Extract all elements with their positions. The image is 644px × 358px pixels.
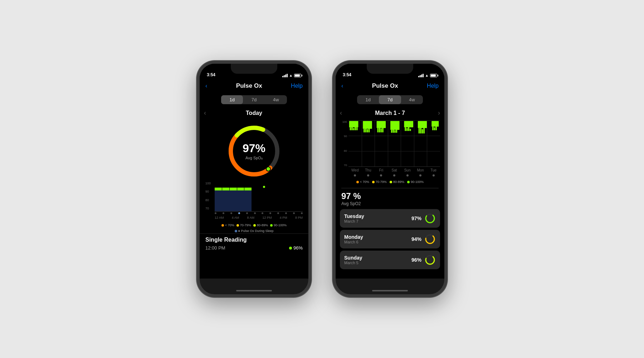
phone2-legend-dot-0 xyxy=(356,181,359,183)
phone2-next-arrow[interactable]: › xyxy=(434,109,444,117)
phone1-segments: 1d 7d 4w xyxy=(221,95,287,104)
time-dot-9 xyxy=(285,212,287,214)
svg-rect-34 xyxy=(423,126,425,134)
phone2-signal-icon xyxy=(418,74,424,77)
time-label-8am: 8 AM xyxy=(247,216,255,219)
day-card-left-0: Tuesday March 7 xyxy=(344,213,364,223)
phone1-prev-arrow[interactable]: ‹ xyxy=(200,109,210,117)
time-label-12am: 12 AM xyxy=(215,216,224,219)
phone2-prev-arrow[interactable]: ‹ xyxy=(336,109,346,117)
svg-rect-30 xyxy=(418,121,427,128)
phone2-status-icons: ▲ xyxy=(418,73,437,77)
svg-rect-16 xyxy=(377,128,379,132)
day-mon: Mon xyxy=(414,168,427,172)
time-dot-8 xyxy=(277,212,279,214)
green-bars xyxy=(215,188,252,190)
phone1-legend: < 70% 70-79% 80-89% 90-100% xyxy=(200,222,308,228)
phone2-segment-7d[interactable]: 7d xyxy=(379,95,401,104)
phone1-home-indicator xyxy=(236,290,272,291)
time-dot-2 xyxy=(230,212,232,214)
day-date-1: March 6 xyxy=(344,240,363,244)
phone1-back-button[interactable]: ‹ xyxy=(205,83,207,89)
legend-label-2: 80-89% xyxy=(257,223,268,227)
phone2-help-button[interactable]: Help xyxy=(427,83,439,89)
svg-rect-21 xyxy=(391,130,392,133)
time-label-12pm: 12 PM xyxy=(262,216,272,219)
week-y-90: 90 xyxy=(340,135,347,138)
legend-item-0: < 70% xyxy=(221,223,234,227)
legend-label-1: 70-79% xyxy=(240,223,251,227)
svg-rect-23 xyxy=(394,130,396,133)
day-date-2: March 5 xyxy=(344,261,362,265)
legend-label-3: 90-100% xyxy=(274,223,287,227)
time-dot-3 xyxy=(238,212,240,214)
week-chart-svg xyxy=(348,120,440,166)
svg-rect-19 xyxy=(382,127,384,132)
phone2-legend-label-3: 90-100% xyxy=(411,180,424,184)
phone1-nav-title: Pulse Ox xyxy=(236,82,262,90)
week-y-80: 80 xyxy=(340,149,347,153)
day-card-right-1: 94% xyxy=(411,233,436,245)
phone2-avg-value: 97 % xyxy=(341,191,439,201)
sleep-legend-label: ● Pulse Ox During Sleep xyxy=(238,229,274,233)
svg-rect-6 xyxy=(351,127,353,130)
phone1-content: 3:54 ▲ ‹ xyxy=(200,64,308,279)
single-reading-row: 12:00 PM 96% xyxy=(205,243,303,253)
day-card-sunday[interactable]: Sunday March 5 96% xyxy=(340,251,440,269)
svg-rect-22 xyxy=(392,128,394,133)
phone1-gauge-text: 97% Avg SpO₂ xyxy=(243,142,265,160)
week-dot-0 xyxy=(354,174,356,176)
phone1-frame: 3:54 ▲ ‹ xyxy=(197,61,311,297)
svg-rect-13 xyxy=(367,129,368,132)
svg-rect-7 xyxy=(353,128,355,130)
phone2-week-chart xyxy=(348,120,440,167)
phone1-gauge-label: Avg SpO₂ xyxy=(243,156,265,160)
legend-item-3: 90-100% xyxy=(270,223,287,227)
svg-rect-18 xyxy=(381,129,382,132)
time-label-4am: 4 AM xyxy=(232,216,239,219)
phone2-segment-1d[interactable]: 1d xyxy=(357,95,379,104)
battery-icon xyxy=(294,74,301,77)
day-thu: Thu xyxy=(362,168,375,172)
svg-rect-5 xyxy=(350,127,351,130)
phone1-segment-4w[interactable]: 4w xyxy=(265,95,287,104)
phone2-wifi-icon: ▲ xyxy=(425,73,429,77)
phone2-period-title: March 1 - 7 xyxy=(346,110,434,116)
svg-rect-9 xyxy=(356,127,358,130)
svg-rect-32 xyxy=(420,127,421,134)
legend-dot-1 xyxy=(236,224,239,227)
phone1-segment-control: 1d 7d 4w xyxy=(200,92,308,107)
time-dot-6 xyxy=(262,212,263,214)
svg-rect-26 xyxy=(405,127,406,131)
phone2-content: 3:54 ▲ ‹ xyxy=(336,64,444,279)
phone2-legend-dot-3 xyxy=(407,181,410,183)
week-day-labels: Wed Thu Fri Sat Sun Mon Tue xyxy=(348,167,440,174)
phone1-period-title: Today xyxy=(210,110,298,116)
svg-rect-36 xyxy=(432,127,434,130)
phone1-segment-7d[interactable]: 7d xyxy=(243,95,265,104)
green-bar-1 xyxy=(215,188,222,190)
phone2-segment-4w[interactable]: 4w xyxy=(401,95,423,104)
legend-item-1: 70-79% xyxy=(236,223,251,227)
phone2-day-cards: Tuesday March 7 97% Monday xyxy=(336,208,444,271)
phone2-back-button[interactable]: ‹ xyxy=(341,83,343,89)
svg-rect-15 xyxy=(377,121,386,128)
day-tue: Tue xyxy=(427,168,440,172)
day-name-2: Sunday xyxy=(344,255,362,261)
week-dot-6 xyxy=(433,174,435,176)
phones-container: 3:54 ▲ ‹ xyxy=(197,61,447,297)
day-card-tuesday[interactable]: Tuesday March 7 97% xyxy=(340,209,440,228)
day-card-right-0: 97% xyxy=(411,213,436,224)
phone1-help-button[interactable]: Help xyxy=(291,83,303,89)
phone1-status-bar: 3:54 ▲ xyxy=(200,64,308,79)
time-dot-11 xyxy=(301,212,303,214)
day-card-monday[interactable]: Monday March 6 94% xyxy=(340,230,440,248)
reading-value: 96% xyxy=(289,245,303,251)
phone1-segment-1d[interactable]: 1d xyxy=(221,95,243,104)
legend-label-0: < 70% xyxy=(225,223,234,227)
single-reading-title: Single Reading xyxy=(205,237,303,243)
y-label-100: 100 xyxy=(205,182,211,185)
phone1-y-labels: 100 90 80 70 xyxy=(205,182,211,210)
mini-gauge-2 xyxy=(424,254,436,266)
sleep-bar xyxy=(215,190,252,211)
